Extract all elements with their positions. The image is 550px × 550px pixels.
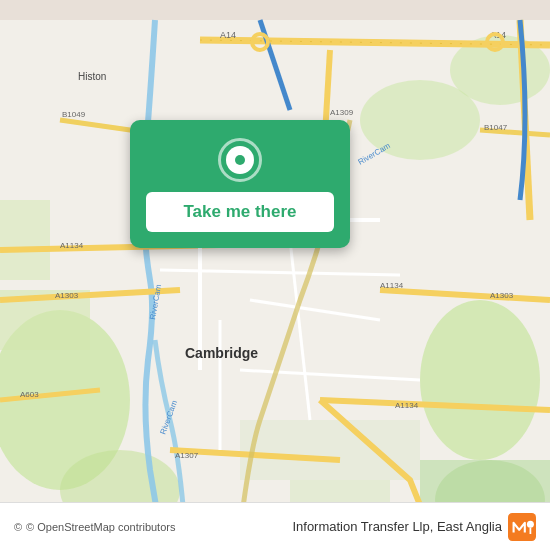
copyright-icon: © <box>14 521 22 533</box>
svg-text:A1134: A1134 <box>395 401 419 410</box>
svg-text:B1049: B1049 <box>62 110 86 119</box>
svg-text:A1309: A1309 <box>330 108 354 117</box>
svg-text:A1134: A1134 <box>380 281 404 290</box>
map-container: A14 A14 A1309 B1049 A1134 A1303 A1303 B1… <box>0 0 550 550</box>
moovit-icon <box>508 513 536 541</box>
location-label: Information Transfer Llp, East Anglia <box>292 519 502 534</box>
svg-text:A1303: A1303 <box>490 291 514 300</box>
svg-point-32 <box>527 520 534 527</box>
map-background: A14 A14 A1309 B1049 A1134 A1303 A1303 B1… <box>0 0 550 550</box>
location-pin-icon <box>218 138 262 182</box>
svg-text:Cambridge: Cambridge <box>185 345 258 361</box>
svg-text:B1047: B1047 <box>484 123 508 132</box>
svg-rect-6 <box>0 200 50 280</box>
svg-point-2 <box>420 300 540 460</box>
svg-text:A1134: A1134 <box>60 241 84 250</box>
copyright-section: © © OpenStreetMap contributors <box>14 521 175 533</box>
moovit-logo <box>508 513 536 541</box>
svg-rect-10 <box>240 420 420 480</box>
svg-text:Histon: Histon <box>78 71 106 82</box>
copyright-text: © OpenStreetMap contributors <box>26 521 175 533</box>
svg-text:A1307: A1307 <box>175 451 199 460</box>
take-me-there-button[interactable]: Take me there <box>146 192 334 232</box>
bottom-bar: © © OpenStreetMap contributors Informati… <box>0 502 550 550</box>
svg-text:A603: A603 <box>20 390 39 399</box>
svg-text:A14: A14 <box>220 30 236 40</box>
svg-text:A1303: A1303 <box>55 291 79 300</box>
location-moovit-section: Information Transfer Llp, East Anglia <box>292 513 536 541</box>
destination-card: Take me there <box>130 120 350 248</box>
